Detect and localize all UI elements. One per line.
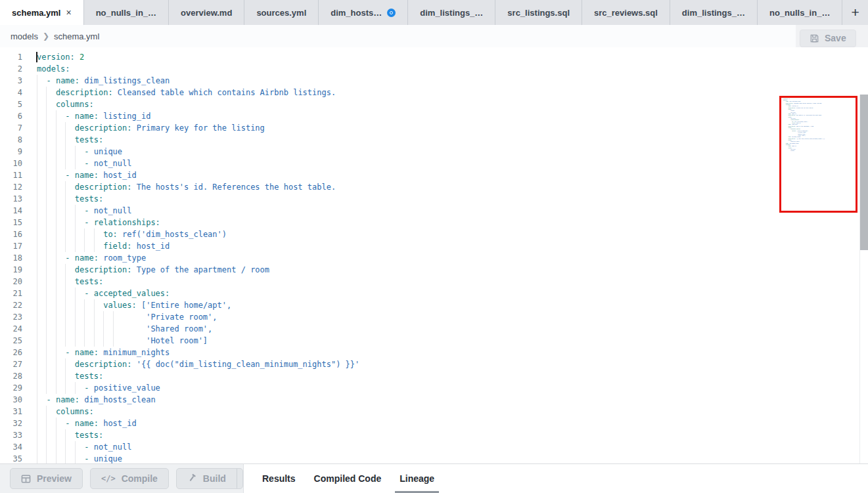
code-line[interactable]: 25 'Hotel room'] [0,335,775,347]
code-line[interactable]: 21 - accepted_values: [0,288,775,299]
code-line[interactable]: 28 tests: [0,370,775,382]
line-number: 24 [0,323,22,335]
code-line[interactable]: 9 - unique [0,146,775,158]
line-number: 6 [0,110,22,122]
code-line[interactable]: 11 - name: host_id [0,169,775,181]
breadcrumb-item-models[interactable]: models [11,32,38,41]
breadcrumb: models ❯ schema.yml [0,25,868,47]
code-line[interactable]: 18 - name: room_type [0,252,775,264]
file-tab-src_listings.sql[interactable]: src_listings.sql [495,0,582,25]
save-icon [810,33,819,43]
line-number: 8 [0,134,22,146]
file-tab-no_nulls_in_[interactable]: no_nulls_in_… [758,0,842,25]
code-line[interactable]: 19 description: Type of the apartment / … [0,264,775,276]
line-number: 21 [0,288,22,299]
line-number: 27 [0,358,22,370]
file-tab-src_reviews.sql[interactable]: src_reviews.sql [582,0,670,25]
preview-button[interactable]: Preview [10,468,83,489]
line-number: 30 [0,394,22,406]
code-line[interactable]: 1version: 2 [0,51,775,63]
line-number: 12 [0,181,22,193]
unsaved-changes-icon[interactable] [387,9,396,17]
code-line[interactable]: 14 - not_null [0,205,775,217]
file-tab-sources.yml[interactable]: sources.yml [244,0,319,25]
file-tab-overview.md[interactable]: overview.md [169,0,244,25]
code-line[interactable]: 4 description: Cleansed table which cont… [0,87,775,98]
code-line[interactable]: 27 description: '{{ doc("dim_listing_cle… [0,358,775,370]
preview-button-label: Preview [37,473,72,484]
code-line[interactable]: 8 tests: [0,134,775,146]
file-tab-dim_listings_[interactable]: dim_listings_… [408,0,495,25]
new-tab-button[interactable]: + [842,0,868,25]
compile-button[interactable]: </> Compile [90,468,169,489]
code-line[interactable]: 32 - name: host_id [0,418,775,429]
file-tab-schema.yml[interactable]: schema.yml× [0,0,84,25]
code-editor[interactable]: 1version: 22models:3 - name: dim_listing… [0,47,868,463]
line-number: 31 [0,406,22,418]
tab-results[interactable]: Results [262,464,296,493]
line-number: 28 [0,370,22,382]
hammer-icon [187,473,197,484]
build-button[interactable]: Build [177,469,237,488]
code-line[interactable]: 26 - name: minimum_nights [0,347,775,358]
line-number: 15 [0,217,22,228]
line-number: 25 [0,335,22,347]
code-line[interactable]: 34 - not_null [0,441,775,453]
file-tab-dim_listings_[interactable]: dim_listings_… [670,0,758,25]
file-tab-label: sources.yml [256,8,306,18]
code-line[interactable]: 29 - positive_value [0,382,775,394]
file-tab-dim_hosts[interactable]: dim_hosts… [319,0,408,25]
code-line[interactable]: 7 description: Primary key for the listi… [0,122,775,134]
save-button-label: Save [825,33,846,43]
tab-lineage[interactable]: Lineage [400,464,434,493]
code-line[interactable]: 24 'Shared room', [0,323,775,335]
chevron-right-icon: ❯ [43,32,49,41]
file-tab-label: dim_listings_… [682,8,745,18]
line-number: 11 [0,169,22,181]
file-tab-no_nulls_in_[interactable]: no_nulls_in_… [84,0,169,25]
save-button[interactable]: Save [800,30,856,47]
code-lines: 1version: 22models:3 - name: dim_listing… [0,51,775,463]
table-icon [21,474,31,484]
close-icon[interactable]: × [66,8,71,17]
minimap[interactable]: version: 2models: - name: dim_listings_c… [783,98,857,211]
code-line[interactable]: 10 - not_null [0,158,775,169]
breadcrumb-item-file: schema.yml [54,32,99,41]
line-number: 7 [0,122,22,134]
file-tab-label: dim_listings_… [420,8,483,18]
line-number: 1 [0,51,22,63]
code-line[interactable]: 22 values: ['Entire home/apt', [0,299,775,311]
code-line[interactable]: 31 columns: [0,406,775,418]
code-line[interactable]: 23 'Private room', [0,311,775,323]
code-line[interactable]: 5 columns: [0,98,775,110]
editor-scrollbar[interactable] [860,95,868,250]
code-line[interactable]: 12 description: The hosts's id. Referenc… [0,181,775,193]
file-tab-label: no_nulls_in_… [96,8,156,18]
code-line[interactable]: 13 tests: [0,193,775,205]
code-line[interactable]: 15 - relationships: [0,217,775,228]
build-dropdown-button[interactable] [237,469,243,488]
file-tab-label: no_nulls_in_… [769,8,830,18]
line-number: 14 [0,205,22,217]
line-number: 17 [0,240,22,252]
line-number: 33 [0,429,22,441]
code-line[interactable]: 17 field: host_id [0,240,775,252]
line-number: 35 [0,453,22,463]
line-number: 32 [0,418,22,429]
bottom-panel: Preview </> Compile Build [0,463,868,493]
code-line[interactable]: 33 tests: [0,429,775,441]
code-line[interactable]: 35 - unique [0,453,775,463]
code-line[interactable]: 3 - name: dim_listings_clean [0,75,775,87]
editor-tab-bar: schema.yml×no_nulls_in_…overview.mdsourc… [0,0,868,25]
line-number: 16 [0,228,22,240]
code-line[interactable]: 16 to: ref('dim_hosts_clean') [0,228,775,240]
code-line[interactable]: 6 - name: listing_id [0,110,775,122]
code-line[interactable]: 20 tests: [0,276,775,288]
line-number: 13 [0,193,22,205]
code-line[interactable]: 2models: [0,63,775,75]
code-line[interactable]: 30 - name: dim_hosts_clean [0,394,775,406]
line-number: 2 [0,63,22,75]
tab-compiled-code[interactable]: Compiled Code [314,464,382,493]
text-cursor [36,52,37,62]
line-number: 22 [0,299,22,311]
